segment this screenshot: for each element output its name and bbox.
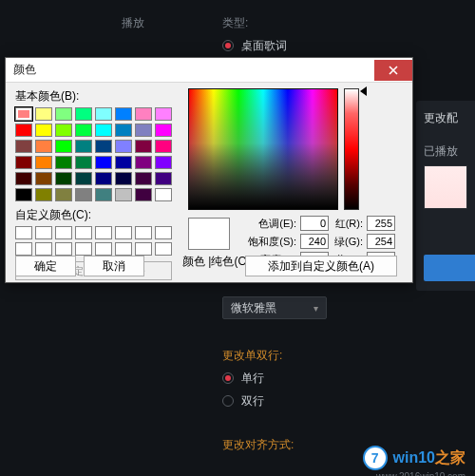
basic-swatch[interactable] xyxy=(55,188,72,201)
input-red[interactable] xyxy=(367,216,395,231)
basic-swatch[interactable] xyxy=(95,107,112,121)
basic-swatch[interactable] xyxy=(35,124,52,137)
ok-button[interactable]: 确定 xyxy=(15,256,76,276)
label-change-align: 更改对齐方式: xyxy=(222,437,294,453)
custom-swatch[interactable] xyxy=(75,242,92,256)
radio-desktop-lyrics-label: 桌面歌词 xyxy=(241,38,287,54)
right-card-button[interactable] xyxy=(424,255,475,281)
custom-swatch[interactable] xyxy=(95,242,112,256)
custom-swatch[interactable] xyxy=(15,242,32,256)
color-field[interactable] xyxy=(188,88,338,210)
basic-swatch[interactable] xyxy=(95,156,112,169)
label-play: 播放 xyxy=(0,15,162,31)
custom-swatch[interactable] xyxy=(35,242,52,256)
font-select[interactable]: 微软雅黑 ▾ xyxy=(222,296,327,319)
label-sat: 饱和度(S): xyxy=(245,235,298,249)
label-green: 绿(G): xyxy=(331,235,365,249)
basic-swatch[interactable] xyxy=(155,124,172,137)
basic-swatch[interactable] xyxy=(75,124,92,137)
basic-swatch[interactable] xyxy=(95,188,112,201)
basic-swatch[interactable] xyxy=(115,156,132,169)
basic-swatch[interactable] xyxy=(75,172,92,185)
basic-swatch[interactable] xyxy=(115,172,132,185)
basic-swatch[interactable] xyxy=(55,140,72,153)
basic-swatch[interactable] xyxy=(95,140,112,153)
basic-swatch[interactable] xyxy=(155,156,172,169)
color-dialog-title: 颜色 xyxy=(13,62,36,78)
basic-swatch[interactable] xyxy=(155,107,172,121)
custom-swatch[interactable] xyxy=(55,226,72,239)
basic-swatch[interactable] xyxy=(135,124,152,137)
basic-swatch[interactable] xyxy=(95,124,112,137)
basic-swatch[interactable] xyxy=(95,172,112,185)
basic-swatch[interactable] xyxy=(15,124,32,137)
custom-swatch[interactable] xyxy=(35,226,52,239)
color-dialog: 颜色 基本颜色(B): 自定义颜色(C): 规定自定义颜色(D) >> 确定 取… xyxy=(5,57,413,283)
custom-swatch[interactable] xyxy=(115,242,132,256)
custom-swatch[interactable] xyxy=(55,242,72,256)
watermark-url: www.2016win10.com xyxy=(376,471,466,476)
right-card-swatch[interactable] xyxy=(424,165,467,209)
custom-swatch[interactable] xyxy=(95,226,112,239)
input-green[interactable] xyxy=(367,234,395,249)
basic-swatch[interactable] xyxy=(115,188,132,201)
basic-swatch[interactable] xyxy=(55,124,72,137)
basic-swatch[interactable] xyxy=(35,172,52,185)
custom-swatch[interactable] xyxy=(135,242,152,256)
font-select-value: 微软雅黑 xyxy=(231,300,276,316)
basic-swatch[interactable] xyxy=(35,156,52,169)
watermark-badge-icon: 7 xyxy=(363,446,388,470)
color-preview xyxy=(188,218,230,250)
basic-swatch[interactable] xyxy=(15,140,32,153)
basic-swatch[interactable] xyxy=(35,107,52,121)
custom-swatch[interactable] xyxy=(155,242,172,256)
basic-swatch[interactable] xyxy=(55,156,72,169)
custom-swatch[interactable] xyxy=(135,226,152,239)
radio-desktop-lyrics[interactable] xyxy=(222,40,234,51)
basic-swatch[interactable] xyxy=(75,140,92,153)
color-dialog-titlebar[interactable]: 颜色 xyxy=(6,58,412,83)
basic-swatch[interactable] xyxy=(135,140,152,153)
basic-swatch[interactable] xyxy=(15,107,32,121)
basic-swatch[interactable] xyxy=(15,188,32,201)
close-button[interactable] xyxy=(374,60,412,81)
basic-swatch[interactable] xyxy=(155,140,172,153)
input-sat[interactable] xyxy=(300,234,329,249)
basic-swatch[interactable] xyxy=(75,107,92,121)
add-to-custom-button[interactable]: 添加到自定义颜色(A) xyxy=(245,256,397,276)
basic-swatch[interactable] xyxy=(15,156,32,169)
basic-swatch[interactable] xyxy=(35,140,52,153)
custom-swatch[interactable] xyxy=(75,226,92,239)
basic-swatch[interactable] xyxy=(135,188,152,201)
basic-swatch[interactable] xyxy=(115,140,132,153)
luminance-slider[interactable] xyxy=(344,88,359,210)
basic-swatch[interactable] xyxy=(75,156,92,169)
basic-swatch[interactable] xyxy=(115,124,132,137)
radio-single-line-label: 单行 xyxy=(241,371,264,387)
basic-swatch[interactable] xyxy=(115,107,132,121)
input-hue[interactable] xyxy=(300,216,329,231)
basic-swatch[interactable] xyxy=(155,188,172,201)
cancel-button[interactable]: 取消 xyxy=(84,256,144,276)
custom-swatch[interactable] xyxy=(15,226,32,239)
basic-swatch[interactable] xyxy=(75,188,92,201)
label-hue: 色调(E): xyxy=(245,217,298,231)
basic-swatch[interactable] xyxy=(55,107,72,121)
watermark-text-1: win10 xyxy=(393,449,435,466)
custom-swatch[interactable] xyxy=(155,226,172,239)
basic-swatch[interactable] xyxy=(35,188,52,201)
basic-swatch[interactable] xyxy=(135,172,152,185)
basic-swatch[interactable] xyxy=(15,172,32,185)
basic-swatch[interactable] xyxy=(135,107,152,121)
watermark: 7 win10之家 xyxy=(363,446,466,470)
basic-swatch[interactable] xyxy=(155,172,172,185)
luminance-arrow-icon xyxy=(360,86,367,96)
basic-swatch[interactable] xyxy=(55,172,72,185)
basic-swatch[interactable] xyxy=(135,156,152,169)
radio-double-line-label: 双行 xyxy=(241,393,264,409)
basic-colors-grid xyxy=(15,107,172,201)
radio-single-line[interactable] xyxy=(222,372,234,384)
custom-swatch[interactable] xyxy=(115,226,132,239)
close-icon xyxy=(388,65,399,76)
radio-double-line[interactable] xyxy=(222,395,234,407)
